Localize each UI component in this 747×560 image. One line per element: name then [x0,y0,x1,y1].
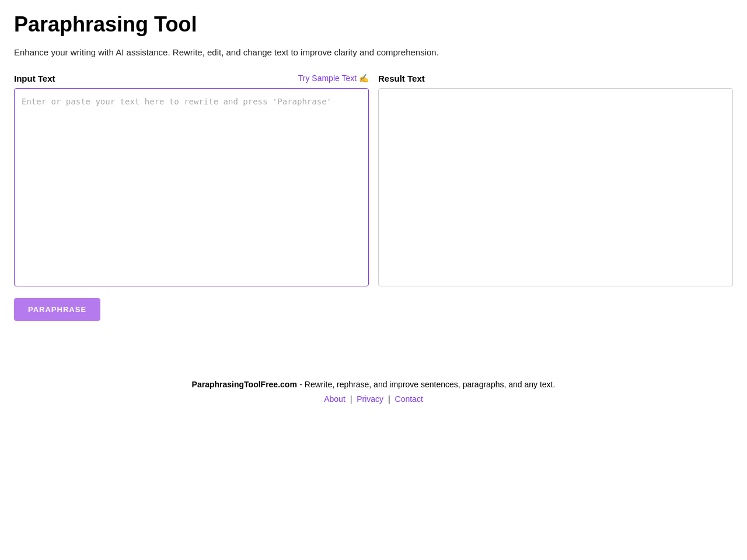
input-column: Input Text Try Sample Text ✍️ [14,74,369,286]
footer-privacy-link[interactable]: Privacy [357,394,383,404]
try-sample-button[interactable]: Try Sample Text ✍️ [298,74,369,83]
footer-separator-2: | [388,394,390,404]
footer-site-name: ParaphrasingToolFree.com [192,380,297,389]
result-label: Result Text [378,74,425,83]
input-column-header: Input Text Try Sample Text ✍️ [14,74,369,83]
editor-section: Input Text Try Sample Text ✍️ Result Tex… [14,74,733,286]
input-label: Input Text [14,74,55,83]
footer-contact-link[interactable]: Contact [395,394,423,404]
result-column: Result Text [378,74,733,286]
page-subtitle: Enhance your writing with AI assistance.… [14,46,733,60]
footer-links: About | Privacy | Contact [14,394,733,404]
page-title: Paraphrasing Tool [14,12,733,37]
footer-description-line: ParaphrasingToolFree.com - Rewrite, reph… [14,379,733,390]
paraphrase-button[interactable]: PARAPHRASE [14,298,100,321]
result-textarea[interactable] [378,88,733,286]
footer-about-link[interactable]: About [324,394,345,404]
input-textarea[interactable] [14,88,369,286]
result-column-header: Result Text [378,74,733,83]
footer-separator-1: | [350,394,352,404]
footer-description: - Rewrite, rephrase, and improve sentenc… [299,380,555,389]
footer: ParaphrasingToolFree.com - Rewrite, reph… [14,368,733,415]
